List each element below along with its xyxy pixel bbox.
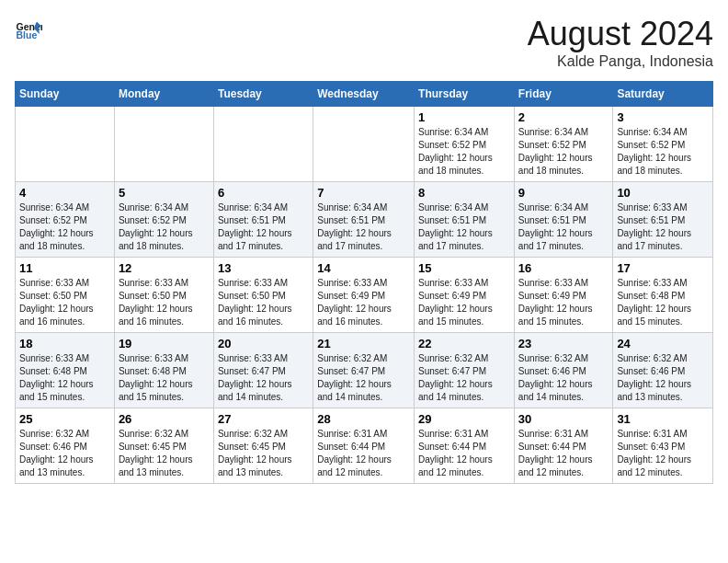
day-info: Sunrise: 6:34 AMSunset: 6:52 PMDaylight:…	[518, 126, 609, 178]
day-number: 26	[119, 412, 210, 426]
calendar-week-5: 25Sunrise: 6:32 AMSunset: 6:46 PMDayligh…	[16, 408, 713, 484]
day-number: 25	[19, 412, 110, 426]
day-info: Sunrise: 6:32 AMSunset: 6:47 PMDaylight:…	[418, 352, 510, 404]
day-number: 11	[19, 261, 110, 275]
calendar-table: SundayMondayTuesdayWednesdayThursdayFrid…	[15, 81, 713, 484]
day-number: 20	[218, 337, 309, 350]
day-number: 9	[518, 186, 609, 200]
calendar-cell: 30Sunrise: 6:31 AMSunset: 6:44 PMDayligh…	[514, 408, 613, 484]
day-info: Sunrise: 6:32 AMSunset: 6:47 PMDaylight:…	[317, 352, 410, 404]
calendar-cell: 16Sunrise: 6:33 AMSunset: 6:49 PMDayligh…	[514, 258, 613, 333]
calendar-cell: 18Sunrise: 6:33 AMSunset: 6:48 PMDayligh…	[16, 333, 115, 408]
day-info: Sunrise: 6:33 AMSunset: 6:50 PMDaylight:…	[119, 277, 210, 328]
weekday-header-thursday: Thursday	[415, 82, 515, 107]
calendar-cell: 31Sunrise: 6:31 AMSunset: 6:43 PMDayligh…	[613, 408, 713, 484]
day-number: 1	[418, 110, 510, 124]
day-info: Sunrise: 6:34 AMSunset: 6:51 PMDaylight:…	[518, 201, 609, 253]
calendar-cell: 10Sunrise: 6:33 AMSunset: 6:51 PMDayligh…	[613, 182, 713, 258]
day-number: 12	[119, 261, 210, 275]
day-number: 3	[617, 110, 709, 124]
day-info: Sunrise: 6:33 AMSunset: 6:48 PMDaylight:…	[19, 352, 110, 404]
day-info: Sunrise: 6:34 AMSunset: 6:51 PMDaylight:…	[218, 201, 309, 253]
calendar-cell	[213, 107, 313, 182]
day-info: Sunrise: 6:33 AMSunset: 6:49 PMDaylight:…	[317, 277, 410, 328]
day-number: 18	[19, 337, 110, 350]
logo: General Blue	[15, 15, 42, 42]
logo-icon: General Blue	[15, 15, 42, 42]
calendar-week-2: 4Sunrise: 6:34 AMSunset: 6:52 PMDaylight…	[16, 182, 713, 258]
calendar-cell: 12Sunrise: 6:33 AMSunset: 6:50 PMDayligh…	[114, 258, 213, 333]
calendar-cell: 5Sunrise: 6:34 AMSunset: 6:52 PMDaylight…	[114, 182, 213, 258]
weekday-header-saturday: Saturday	[613, 82, 713, 107]
day-number: 14	[317, 261, 410, 275]
calendar-week-1: 1Sunrise: 6:34 AMSunset: 6:52 PMDaylight…	[16, 107, 713, 182]
calendar-cell: 27Sunrise: 6:32 AMSunset: 6:45 PMDayligh…	[213, 408, 313, 484]
page-header: General Blue August 2024 Kalde Panga, In…	[15, 15, 713, 70]
calendar-cell: 8Sunrise: 6:34 AMSunset: 6:51 PMDaylight…	[415, 182, 515, 258]
calendar-cell	[16, 107, 115, 182]
calendar-cell: 29Sunrise: 6:31 AMSunset: 6:44 PMDayligh…	[415, 408, 515, 484]
calendar-week-4: 18Sunrise: 6:33 AMSunset: 6:48 PMDayligh…	[16, 333, 713, 408]
day-info: Sunrise: 6:33 AMSunset: 6:47 PMDaylight:…	[218, 352, 309, 404]
day-number: 8	[418, 186, 510, 200]
day-number: 13	[218, 261, 309, 275]
day-number: 15	[418, 261, 510, 275]
day-info: Sunrise: 6:31 AMSunset: 6:44 PMDaylight:…	[418, 428, 510, 479]
calendar-cell: 24Sunrise: 6:32 AMSunset: 6:46 PMDayligh…	[613, 333, 713, 408]
day-number: 2	[518, 110, 609, 124]
calendar-cell: 13Sunrise: 6:33 AMSunset: 6:50 PMDayligh…	[213, 258, 313, 333]
weekday-header-monday: Monday	[114, 82, 213, 107]
weekday-header-row: SundayMondayTuesdayWednesdayThursdayFrid…	[16, 82, 713, 107]
day-number: 29	[418, 412, 510, 426]
calendar-cell: 6Sunrise: 6:34 AMSunset: 6:51 PMDaylight…	[213, 182, 313, 258]
calendar-cell: 20Sunrise: 6:33 AMSunset: 6:47 PMDayligh…	[213, 333, 313, 408]
weekday-header-wednesday: Wednesday	[313, 82, 415, 107]
day-number: 30	[518, 412, 609, 426]
calendar-cell: 26Sunrise: 6:32 AMSunset: 6:45 PMDayligh…	[114, 408, 213, 484]
calendar-cell: 19Sunrise: 6:33 AMSunset: 6:48 PMDayligh…	[114, 333, 213, 408]
calendar-cell: 7Sunrise: 6:34 AMSunset: 6:51 PMDaylight…	[313, 182, 415, 258]
weekday-header-tuesday: Tuesday	[213, 82, 313, 107]
weekday-header-friday: Friday	[514, 82, 613, 107]
calendar-cell: 25Sunrise: 6:32 AMSunset: 6:46 PMDayligh…	[16, 408, 115, 484]
day-number: 27	[218, 412, 309, 426]
calendar-cell: 22Sunrise: 6:32 AMSunset: 6:47 PMDayligh…	[415, 333, 515, 408]
calendar-cell: 28Sunrise: 6:31 AMSunset: 6:44 PMDayligh…	[313, 408, 415, 484]
calendar-cell: 17Sunrise: 6:33 AMSunset: 6:48 PMDayligh…	[613, 258, 713, 333]
day-number: 5	[119, 186, 210, 200]
day-number: 23	[518, 337, 609, 350]
day-info: Sunrise: 6:34 AMSunset: 6:51 PMDaylight:…	[317, 201, 410, 253]
day-info: Sunrise: 6:33 AMSunset: 6:49 PMDaylight:…	[418, 277, 510, 328]
day-number: 10	[617, 186, 709, 200]
day-info: Sunrise: 6:31 AMSunset: 6:44 PMDaylight:…	[317, 428, 410, 479]
day-info: Sunrise: 6:32 AMSunset: 6:45 PMDaylight:…	[218, 428, 309, 479]
calendar-cell: 3Sunrise: 6:34 AMSunset: 6:52 PMDaylight…	[613, 107, 713, 182]
title-block: August 2024 Kalde Panga, Indonesia	[528, 15, 713, 70]
calendar-cell: 15Sunrise: 6:33 AMSunset: 6:49 PMDayligh…	[415, 258, 515, 333]
calendar-cell: 1Sunrise: 6:34 AMSunset: 6:52 PMDaylight…	[415, 107, 515, 182]
day-info: Sunrise: 6:33 AMSunset: 6:49 PMDaylight:…	[518, 277, 609, 328]
calendar-cell: 23Sunrise: 6:32 AMSunset: 6:46 PMDayligh…	[514, 333, 613, 408]
calendar-week-3: 11Sunrise: 6:33 AMSunset: 6:50 PMDayligh…	[16, 258, 713, 333]
location-subtitle: Kalde Panga, Indonesia	[528, 53, 713, 70]
day-info: Sunrise: 6:31 AMSunset: 6:44 PMDaylight:…	[518, 428, 609, 479]
day-number: 19	[119, 337, 210, 350]
calendar-cell: 21Sunrise: 6:32 AMSunset: 6:47 PMDayligh…	[313, 333, 415, 408]
day-info: Sunrise: 6:33 AMSunset: 6:50 PMDaylight:…	[218, 277, 309, 328]
day-number: 31	[617, 412, 709, 426]
calendar-cell	[313, 107, 415, 182]
calendar-cell: 2Sunrise: 6:34 AMSunset: 6:52 PMDaylight…	[514, 107, 613, 182]
day-info: Sunrise: 6:32 AMSunset: 6:45 PMDaylight:…	[119, 428, 210, 479]
day-info: Sunrise: 6:34 AMSunset: 6:52 PMDaylight:…	[19, 201, 110, 253]
day-number: 28	[317, 412, 410, 426]
day-info: Sunrise: 6:32 AMSunset: 6:46 PMDaylight:…	[617, 352, 709, 404]
day-info: Sunrise: 6:33 AMSunset: 6:48 PMDaylight:…	[119, 352, 210, 404]
month-title: August 2024	[528, 15, 713, 53]
day-number: 4	[19, 186, 110, 200]
day-info: Sunrise: 6:32 AMSunset: 6:46 PMDaylight:…	[518, 352, 609, 404]
weekday-header-sunday: Sunday	[16, 82, 115, 107]
day-info: Sunrise: 6:34 AMSunset: 6:51 PMDaylight:…	[418, 201, 510, 253]
day-number: 16	[518, 261, 609, 275]
calendar-cell	[114, 107, 213, 182]
calendar-cell: 11Sunrise: 6:33 AMSunset: 6:50 PMDayligh…	[16, 258, 115, 333]
